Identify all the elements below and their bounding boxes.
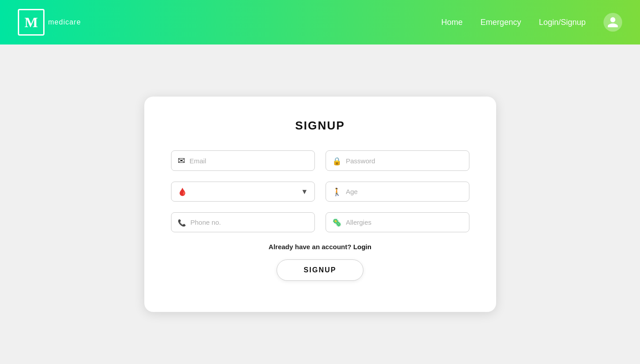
form-row-1 [171, 150, 469, 171]
person-icon [332, 186, 342, 197]
navbar-links: Home Emergency Login/Signup [441, 13, 622, 32]
login-prompt-text: Already have an account? [269, 243, 351, 251]
login-prompt-row: Already have an account? Login [171, 243, 469, 251]
blood-icon [178, 186, 187, 197]
phone-input[interactable] [191, 218, 308, 226]
allergies-input[interactable] [346, 218, 463, 226]
phone-field-wrapper [171, 212, 315, 232]
age-field-wrapper [326, 182, 469, 202]
nav-link-home[interactable]: Home [441, 18, 463, 27]
password-field-wrapper [326, 150, 469, 171]
blood-type-field-wrapper: A+ A- B+ B- AB+ AB- O+ O- ▼ [171, 182, 315, 202]
virus-icon [332, 217, 342, 227]
email-icon [178, 155, 185, 166]
signup-title: SIGNUP [171, 119, 469, 133]
form-row-3 [171, 212, 469, 232]
email-field-wrapper [171, 150, 315, 171]
logo-box: M [18, 9, 45, 36]
allergies-field-wrapper [326, 212, 469, 232]
user-avatar-svg [607, 16, 619, 28]
nav-link-emergency[interactable]: Emergency [481, 18, 521, 27]
signup-button[interactable]: SIGNUP [277, 259, 363, 281]
navbar: M medicare Home Emergency Login/Signup [0, 0, 640, 44]
phone-icon [178, 217, 186, 227]
password-input[interactable] [346, 157, 463, 165]
page-body: SIGNUP A+ A- B+ B- AB+ [0, 44, 640, 364]
form-row-2: A+ A- B+ B- AB+ AB- O+ O- ▼ [171, 182, 469, 202]
lock-icon [332, 156, 342, 166]
nav-link-login-signup[interactable]: Login/Signup [539, 18, 586, 27]
age-input[interactable] [346, 188, 463, 195]
avatar-icon[interactable] [603, 13, 622, 32]
dropdown-arrow-icon: ▼ [301, 188, 308, 196]
signup-button-wrapper: SIGNUP [171, 259, 469, 281]
login-link[interactable]: Login [353, 243, 371, 251]
logo[interactable]: M medicare [18, 9, 81, 36]
signup-card: SIGNUP A+ A- B+ B- AB+ [144, 97, 496, 312]
blood-type-select[interactable]: A+ A- B+ B- AB+ AB- O+ O- [192, 188, 299, 195]
email-input[interactable] [190, 157, 308, 165]
logo-text: medicare [48, 18, 81, 26]
